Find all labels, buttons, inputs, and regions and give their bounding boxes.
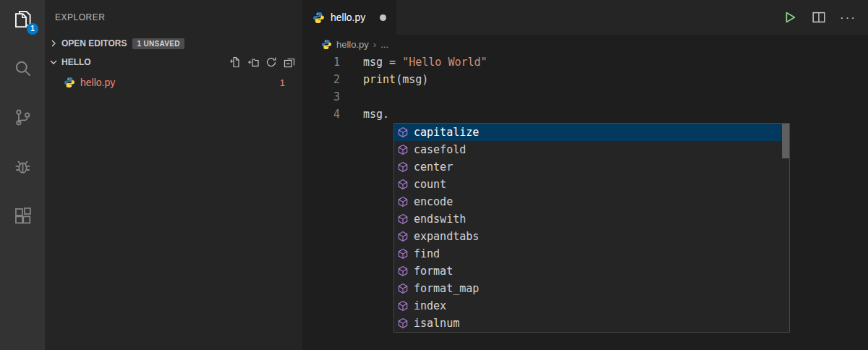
extensions-icon [13, 206, 33, 226]
symbol-method-icon [397, 213, 409, 225]
file-item-hello-py[interactable]: hello.py 1 [45, 72, 302, 93]
new-folder-icon[interactable] [247, 56, 259, 68]
suggestion-label: expandtabs [414, 230, 479, 243]
activity-bar: 1 [0, 0, 45, 350]
more-actions-button[interactable]: ··· [840, 12, 856, 24]
run-button[interactable] [782, 9, 798, 25]
new-file-icon[interactable] [229, 56, 241, 68]
symbol-method-icon [397, 179, 409, 190]
line-content: msg. [340, 106, 389, 123]
suggest-list: capitalizecasefoldcentercountencodeendsw… [394, 124, 789, 332]
python-icon [312, 12, 325, 24]
editor-group: hello.py ··· hello.py › ... 1msg = "Hell… [302, 0, 868, 350]
breadcrumb[interactable]: hello.py › ... [302, 35, 868, 54]
code-line: 1msg = "Hello World" [302, 54, 868, 71]
suggestion-label: casefold [414, 143, 466, 156]
suggestion-item[interactable]: index [394, 297, 789, 315]
symbol-method-icon [397, 300, 409, 312]
unsaved-dot-icon[interactable] [380, 14, 386, 21]
line-content: msg = "Hello World" [340, 54, 488, 71]
chevron-down-icon [48, 56, 59, 68]
suggestion-label: endswith [414, 213, 466, 226]
line-number: 4 [302, 106, 340, 123]
folder-actions [229, 56, 295, 68]
activity-item-run-debug[interactable] [0, 149, 45, 184]
explorer-badge: 1 [27, 23, 38, 35]
suggestion-label: count [414, 178, 446, 191]
file-problem-badge: 1 [280, 77, 285, 88]
tab-hello-py[interactable]: hello.py [302, 0, 396, 35]
source-control-icon [13, 108, 33, 127]
suggestion-item[interactable]: count [394, 176, 789, 193]
suggest-scrollbar[interactable] [782, 124, 789, 332]
suggestion-label: format_map [414, 282, 479, 295]
python-icon [321, 39, 332, 50]
open-editors-label: OPEN EDITORS [61, 38, 127, 48]
debug-icon [13, 157, 33, 176]
breadcrumb-symbol[interactable]: ... [380, 39, 388, 50]
tab-label: hello.py [331, 12, 365, 23]
suggestion-item[interactable]: format_map [394, 280, 789, 297]
symbol-method-icon [397, 283, 409, 294]
folder-header-hello[interactable]: HELLO [45, 52, 302, 72]
suggestion-label: isalnum [414, 317, 459, 330]
refresh-icon[interactable] [265, 56, 277, 68]
folder-label: HELLO [61, 57, 91, 67]
sidebar-explorer: EXPLORER OPEN EDITORS 1 UNSAVED HELLO he… [45, 0, 302, 350]
file-name: hello.py [80, 77, 115, 88]
activity-item-explorer[interactable]: 1 [0, 1, 45, 36]
editor-actions: ··· [782, 9, 868, 25]
suggestion-item[interactable]: capitalize [394, 124, 789, 141]
symbol-method-icon [397, 265, 409, 277]
line-content [340, 88, 363, 106]
suggestion-item[interactable]: expandtabs [394, 228, 789, 245]
unsaved-badge: 1 UNSAVED [132, 38, 184, 49]
scrollbar-thumb[interactable] [782, 124, 789, 158]
code-line: 3 [302, 88, 868, 106]
symbol-method-icon [397, 317, 409, 329]
suggestion-item[interactable]: endswith [394, 210, 789, 228]
activity-item-extensions[interactable] [0, 198, 45, 233]
suggestion-label: index [414, 299, 446, 312]
suggestion-label: capitalize [414, 126, 479, 139]
symbol-method-icon [397, 161, 409, 173]
suggestion-label: encode [414, 195, 453, 208]
line-content: print(msg) [340, 71, 428, 88]
suggest-widget: capitalizecasefoldcentercountencodeendsw… [393, 123, 790, 333]
vscode-window: 1 EXPLORER OPEN EDITORS 1 UNSAVED HELLO [0, 0, 868, 350]
activity-item-search[interactable] [0, 51, 45, 85]
tab-bar: hello.py ··· [302, 0, 868, 35]
line-number: 3 [302, 88, 340, 106]
split-editor-button[interactable] [811, 9, 827, 25]
suggestion-item[interactable]: casefold [394, 141, 789, 158]
sidebar-title: EXPLORER [45, 0, 302, 35]
symbol-method-icon [397, 127, 409, 138]
code-editor[interactable]: 1msg = "Hello World"2print(msg)34msg. ca… [302, 54, 868, 350]
suggestion-item[interactable]: center [394, 158, 789, 176]
suggestion-label: format [414, 265, 453, 278]
suggestion-item[interactable]: encode [394, 193, 789, 210]
suggestion-item[interactable]: isalnum [394, 315, 789, 332]
code-line: 2print(msg) [302, 71, 868, 88]
symbol-method-icon [397, 248, 409, 260]
line-number: 2 [302, 71, 340, 88]
search-icon [13, 59, 33, 78]
code-line: 4msg. [302, 106, 868, 123]
breadcrumb-file[interactable]: hello.py [336, 39, 369, 50]
chevron-right-icon [48, 38, 59, 49]
suggestion-label: center [414, 161, 453, 174]
symbol-method-icon [397, 196, 409, 208]
symbol-method-icon [397, 144, 409, 155]
activity-item-source-control[interactable] [0, 100, 45, 135]
symbol-method-icon [397, 231, 409, 242]
line-number: 1 [302, 54, 340, 71]
suggestion-label: find [414, 247, 440, 260]
open-editors-header[interactable]: OPEN EDITORS 1 UNSAVED [45, 35, 302, 52]
code-lines: 1msg = "Hello World"2print(msg)34msg. [302, 54, 868, 123]
suggestion-item[interactable]: find [394, 245, 789, 262]
python-icon [64, 77, 75, 88]
breadcrumb-separator-icon: › [373, 39, 376, 50]
collapse-all-icon[interactable] [284, 56, 295, 68]
suggestion-item[interactable]: format [394, 262, 789, 280]
